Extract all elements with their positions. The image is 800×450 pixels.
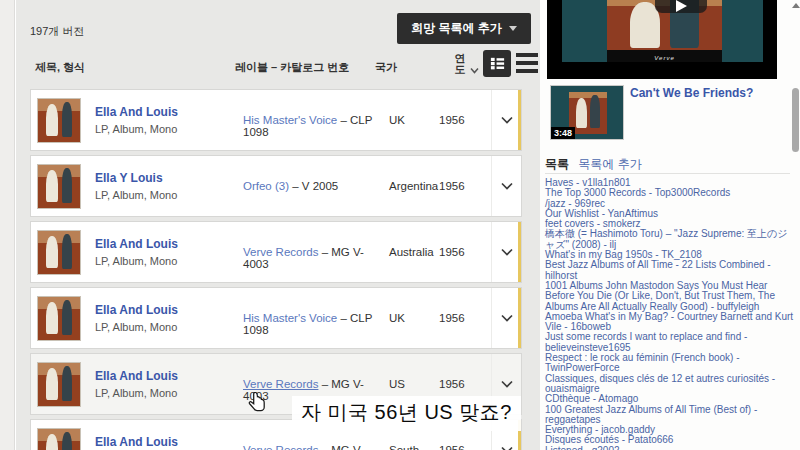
release-country: UK <box>389 114 435 127</box>
mouse-cursor-hand <box>248 392 265 417</box>
column-header-title-format[interactable]: 제목, 형식 <box>35 60 85 75</box>
album-art-figure <box>46 236 59 268</box>
user-list-link[interactable]: 100 Greatest Jazz Albums of All Time (Be… <box>545 405 795 426</box>
video-duration-badge: 3:48 <box>551 127 575 139</box>
play-button[interactable] <box>655 0 707 13</box>
user-lists: Haves - v1lla1n801The Top 3000 Records -… <box>545 178 795 450</box>
expand-row-button[interactable] <box>491 156 521 216</box>
caret-down-icon <box>509 26 517 31</box>
expand-row-button[interactable] <box>491 288 521 348</box>
release-title-link[interactable]: Ella And Louis <box>95 105 178 119</box>
chevron-down-icon <box>501 380 513 388</box>
catalog-number: – V 2005 <box>289 180 338 192</box>
scrollbar-thumb[interactable] <box>792 88 799 152</box>
release-format: LP, Album, Mono <box>95 189 240 201</box>
album-art-figure <box>46 434 59 450</box>
release-title-link[interactable]: Ella Y Louis <box>95 171 163 185</box>
release-title-link[interactable]: Ella And Louis <box>95 303 178 317</box>
expand-row-button[interactable] <box>491 90 521 150</box>
video-title-link[interactable]: Can't We Be Friends? <box>630 86 753 100</box>
user-list-link[interactable]: Just some records I want to replace and … <box>545 332 795 353</box>
release-row[interactable]: Ella And Louis LP, Album, Mono Verve Rec… <box>30 221 522 283</box>
view-toggle-compact-button[interactable] <box>516 53 538 73</box>
user-list-link[interactable]: Amoeba What's in My Bag? - Courtney Barn… <box>545 312 795 333</box>
lists-header-label: 목록 <box>545 157 569 171</box>
user-list-link[interactable]: Respect : le rock au féminin (French boo… <box>545 353 795 374</box>
album-art-figure <box>62 300 73 334</box>
record-label-link[interactable]: His Master's Voice <box>243 114 337 126</box>
add-to-list-link[interactable]: 목록에 추가 <box>578 157 641 171</box>
album-art-figure <box>62 432 73 450</box>
expand-row-button[interactable] <box>491 222 521 282</box>
view-toggle-detailed-button[interactable] <box>483 50 511 77</box>
release-year: 1956 <box>439 246 465 258</box>
user-list-link[interactable]: 橋本徹 (= Hashimoto Toru) – "Jazz Supreme: … <box>545 229 795 250</box>
video-player[interactable]: Verve <box>547 0 777 79</box>
collection-flag-strip <box>518 222 521 282</box>
album-art-figure <box>62 102 73 136</box>
release-row[interactable]: Ella Y Louis LP, Album, Mono Orfeo (3) –… <box>30 155 522 217</box>
release-cover-thumbnail[interactable] <box>37 296 81 341</box>
column-header-year[interactable]: 연도 <box>452 53 468 75</box>
user-list-link[interactable]: Listened - q2002 <box>545 446 795 450</box>
divider <box>545 173 790 174</box>
year-sort-caret-icon[interactable] <box>470 60 479 78</box>
release-country: Argentina <box>389 180 435 193</box>
album-art-figure <box>62 366 73 400</box>
record-label-link[interactable]: Verve Records <box>243 444 318 450</box>
release-cover-thumbnail[interactable] <box>37 98 81 143</box>
collection-flag-strip <box>518 288 521 348</box>
user-list-link[interactable]: Best Jazz Albums of All Time - 22 Lists … <box>545 260 795 281</box>
release-country: UK <box>389 312 435 325</box>
add-to-wishlist-label: 희망 목록에 추가 <box>411 20 502 37</box>
release-year: 1956 <box>439 444 465 450</box>
detailed-list-icon <box>489 55 506 72</box>
play-icon <box>674 0 688 13</box>
scrollbar-up-arrow[interactable] <box>791 0 800 8</box>
release-format: LP, Album, Mono <box>95 123 240 135</box>
lists-section-header: 목록 목록에 추가 <box>545 156 642 173</box>
add-to-wishlist-button[interactable]: 희망 목록에 추가 <box>397 13 531 44</box>
record-label-link[interactable]: Verve Records <box>243 378 318 390</box>
release-country: South Africa <box>389 444 435 450</box>
user-list-link[interactable]: CDthèque - Atomago <box>545 394 795 404</box>
collection-flag-strip <box>518 90 521 150</box>
release-year: 1956 <box>439 114 465 126</box>
release-cover-thumbnail[interactable] <box>37 428 81 450</box>
album-art-figure <box>46 368 59 400</box>
record-label-link[interactable]: His Master's Voice <box>243 312 337 324</box>
release-format: LP, Album, Mono <box>95 321 240 333</box>
release-cover-thumbnail[interactable] <box>37 164 81 209</box>
record-label-link[interactable]: Orfeo (3) <box>243 180 289 192</box>
release-cover-thumbnail[interactable] <box>37 230 81 275</box>
video-thumbnail[interactable]: 3:48 <box>550 85 624 140</box>
subtitle-caption: 자 미국 56년 US 맞죠? <box>292 396 521 431</box>
release-title-link[interactable]: Ella And Louis <box>95 435 178 449</box>
chevron-down-icon <box>501 116 513 124</box>
release-title-link[interactable]: Ella And Louis <box>95 369 178 383</box>
chevron-down-icon <box>501 446 513 450</box>
release-country: Australia <box>389 246 435 259</box>
album-art-figure <box>46 302 59 334</box>
release-year: 1956 <box>439 180 465 192</box>
column-header-country[interactable]: 국가 <box>375 60 397 75</box>
chevron-down-icon <box>501 314 513 322</box>
release-format: LP, Album, Mono <box>95 387 240 399</box>
release-country: US <box>389 378 435 391</box>
verve-logo: Verve <box>607 55 722 61</box>
release-cover-thumbnail[interactable] <box>37 362 81 407</box>
window-edge <box>0 0 15 450</box>
chevron-down-icon <box>501 248 513 256</box>
record-label-link[interactable]: Verve Records <box>243 246 318 258</box>
user-list-link[interactable]: 1001 Albums John Mastodon Says You Must … <box>545 281 795 312</box>
column-header-label-catno[interactable]: 레이블 – 카탈로그 번호 <box>235 60 349 75</box>
release-year: 1956 <box>439 378 465 390</box>
video-stage: Verve <box>562 0 763 62</box>
user-list-link[interactable]: Classiques, disques clés de 12 et autres… <box>545 374 795 395</box>
release-row[interactable]: Ella And Louis LP, Album, Mono His Maste… <box>30 287 522 349</box>
chevron-down-icon <box>501 182 513 190</box>
release-row[interactable]: Ella And Louis LP, Album, Mono His Maste… <box>30 89 522 151</box>
release-year: 1956 <box>439 312 465 324</box>
release-title-link[interactable]: Ella And Louis <box>95 237 178 251</box>
album-art-figure <box>46 104 59 136</box>
